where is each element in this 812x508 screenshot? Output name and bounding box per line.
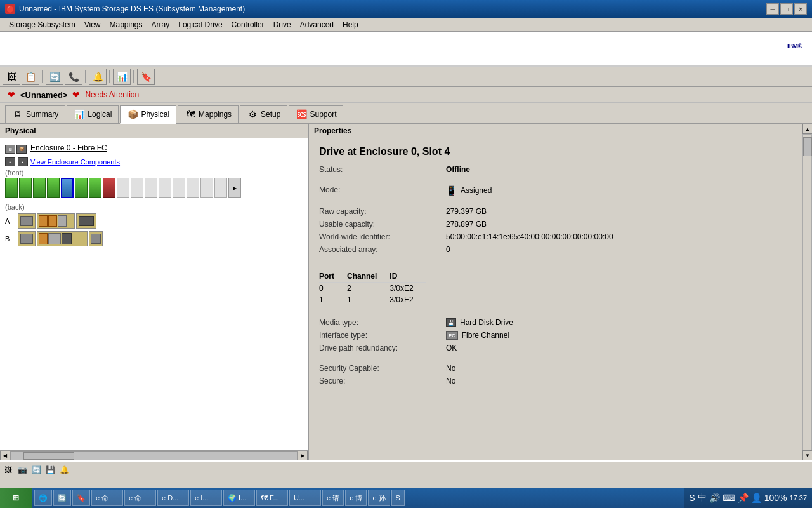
drive-slot-9[interactable] — [131, 178, 143, 198]
drive-slot-2[interactable] — [33, 178, 46, 198]
taskbar-item-2[interactable]: 🔄 — [53, 490, 71, 506]
menu-storage-subsystem[interactable]: Storage Subsystem — [5, 19, 79, 30]
close-button[interactable]: ✕ — [794, 3, 807, 15]
summary-tab-label: Summary — [26, 110, 58, 119]
port-port-cell: 1 — [319, 294, 347, 305]
taskbar-item-1[interactable]: 🌐 — [34, 490, 52, 506]
drive-slot-13[interactable] — [187, 178, 199, 198]
minimize-button[interactable]: ─ — [766, 3, 779, 15]
scrollbar-track — [802, 134, 812, 450]
toolbar-btn-3[interactable]: 🔄 — [46, 69, 63, 85]
taskbar-item-9[interactable]: 🗺 F... — [256, 490, 288, 506]
menu-logical-drive[interactable]: Logical Drive — [174, 19, 226, 30]
toolbar-btn-1[interactable]: 🖼 — [3, 69, 20, 85]
scrollbar-up-btn[interactable]: ▲ — [802, 124, 812, 134]
tab-mappings[interactable]: 🗺 Mappings — [178, 105, 239, 123]
taskbar-item-12[interactable]: e 博 — [345, 490, 367, 506]
drive-slot-6[interactable] — [89, 178, 102, 198]
port-id-cell: 3/0xE2 — [390, 294, 426, 305]
taskbar-item-8[interactable]: 🌍 I... — [223, 490, 255, 506]
menu-drive[interactable]: Drive — [270, 19, 295, 30]
drive-slot-11[interactable] — [159, 178, 171, 198]
toolbar-btn-2[interactable]: 📋 — [22, 69, 39, 85]
status-bar: 🖼 📷 🔄 💾 🔔 — [0, 460, 812, 478]
drive-slot-12[interactable] — [173, 178, 185, 198]
setup-tab-icon: ⚙ — [247, 109, 258, 120]
menu-advanced[interactable]: Advanced — [296, 19, 337, 30]
menu-array[interactable]: Array — [148, 19, 174, 30]
tab-setup[interactable]: ⚙ Setup — [240, 105, 287, 123]
h-scroll-track — [10, 451, 298, 460]
maximize-button[interactable]: □ — [780, 3, 793, 15]
drive-slot-14[interactable] — [200, 178, 213, 198]
needs-attention-link[interactable]: Needs Attention — [85, 90, 139, 99]
drive-slot-4[interactable] — [61, 178, 74, 198]
toolbar-btn-4[interactable]: 📞 — [65, 69, 82, 85]
raw-capacity-value: 279.397 GB — [446, 207, 487, 216]
raw-capacity-label: Raw capacity: — [319, 207, 446, 216]
start-button[interactable]: ⊞ — [0, 488, 32, 508]
status-icon-5: 🔔 — [58, 464, 70, 476]
tab-logical[interactable]: 📊 Logical — [67, 105, 119, 123]
prop-raw-capacity-row: Raw capacity: 279.397 GB — [319, 207, 792, 216]
interface-type-value: FC Fibre Channel — [446, 331, 509, 340]
ctrl-b-part1 — [18, 231, 36, 246]
tray-icon-zh: 中 — [698, 492, 707, 504]
toolbar-btn-5[interactable]: 🔔 — [89, 69, 107, 85]
fc-badge: FC — [446, 331, 458, 340]
header-area: IBM® — [0, 32, 812, 67]
tab-physical[interactable]: 📦 Physical — [120, 105, 176, 124]
taskbar-item-6[interactable]: e D... — [157, 490, 189, 506]
id-col-header: ID — [390, 271, 426, 283]
drive-slot-0[interactable] — [5, 178, 18, 198]
prop-security-capable-row: Security Capable: No — [319, 364, 792, 373]
start-icon: ⊞ — [13, 493, 19, 502]
enclosure-small-icon-1: ▪ — [5, 157, 15, 166]
port-port-cell: 0 — [319, 283, 347, 295]
mode-value: 📱 Assigned — [446, 185, 492, 196]
drive-slot-1[interactable] — [19, 178, 32, 198]
taskbar-item-4[interactable]: e 命 — [91, 490, 123, 506]
menu-mappings[interactable]: Mappings — [106, 19, 147, 30]
drive-slot-3[interactable] — [47, 178, 60, 198]
drive-slot-15[interactable] — [214, 178, 227, 198]
menu-help[interactable]: Help — [339, 19, 362, 30]
h-scroll-right[interactable]: ▶ — [298, 451, 308, 461]
prop-wwid-row: World-wide identifier: 50:00:00:e1:14:1e… — [319, 232, 792, 241]
h-scroll-thumb[interactable] — [23, 452, 74, 460]
prop-array-row: Associated array: 0 — [319, 245, 792, 254]
taskbar-item-13[interactable]: e 孙 — [368, 490, 390, 506]
taskbar-item-3[interactable]: 🔖 — [72, 490, 90, 506]
h-scroll-left[interactable]: ◀ — [0, 451, 10, 461]
prop-secure-row: Secure: No — [319, 377, 792, 385]
toolbar-btn-6[interactable]: 📊 — [113, 69, 131, 85]
taskbar-item-7[interactable]: e I... — [190, 490, 222, 506]
port-table: Port Channel ID 023/0xE2113/0xE2 — [319, 271, 426, 305]
view-enclosure-link[interactable]: View Enclosure Components — [30, 158, 120, 166]
drive-slot-7[interactable] — [103, 178, 115, 198]
menu-view[interactable]: View — [81, 19, 105, 30]
assigned-icon: 📱 — [446, 185, 457, 196]
media-type-value: 💾 Hard Disk Drive — [446, 318, 513, 327]
secure-value: No — [446, 377, 455, 385]
wwid-label: World-wide identifier: — [319, 232, 446, 241]
mode-value-text: Assigned — [461, 186, 492, 195]
toolbar-btn-7[interactable]: 🔖 — [137, 69, 155, 85]
drive-slot-8[interactable] — [117, 178, 129, 198]
drive-slot-10[interactable] — [145, 178, 157, 198]
enclosure-label[interactable]: Enclosure 0 - Fibre FC — [30, 144, 107, 152]
tab-support[interactable]: 🆘 Support — [289, 105, 343, 123]
zoom-indicator: 100% — [764, 493, 787, 503]
taskbar-item-14[interactable]: S — [391, 490, 405, 506]
ctrl-a-part1 — [18, 213, 36, 229]
scrollbar-thumb[interactable] — [803, 137, 812, 156]
toolbar-separator-4 — [133, 70, 134, 83]
taskbar-item-11[interactable]: e 请 — [322, 490, 344, 506]
tab-summary[interactable]: 🖥 Summary — [5, 105, 65, 123]
support-tab-label: Support — [310, 110, 336, 119]
scrollbar-down-btn[interactable]: ▼ — [802, 450, 812, 460]
drive-slot-5[interactable] — [75, 178, 88, 198]
taskbar-item-5[interactable]: e 命 — [124, 490, 156, 506]
menu-controller[interactable]: Controller — [228, 19, 268, 30]
taskbar-item-10[interactable]: U... — [289, 490, 321, 506]
